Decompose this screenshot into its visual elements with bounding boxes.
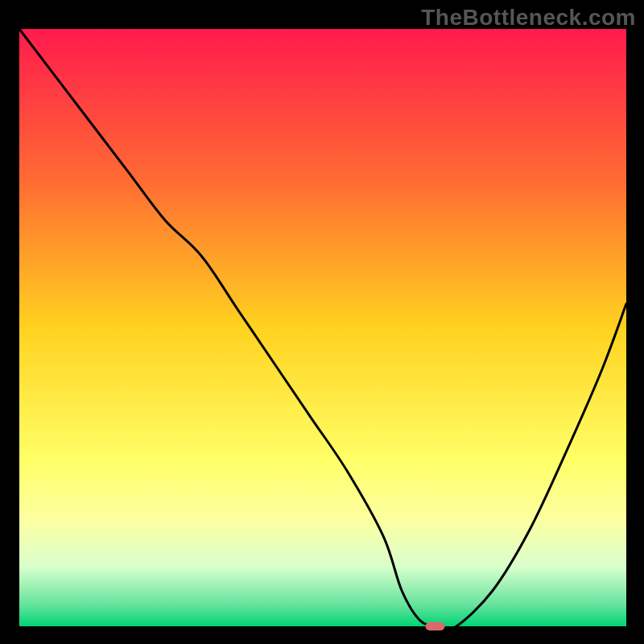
optimal-marker <box>425 622 444 630</box>
bottleneck-chart <box>0 0 644 644</box>
plot-background <box>19 29 626 626</box>
chart-container: TheBottleneck.com <box>0 0 644 644</box>
watermark-text: TheBottleneck.com <box>421 5 636 31</box>
